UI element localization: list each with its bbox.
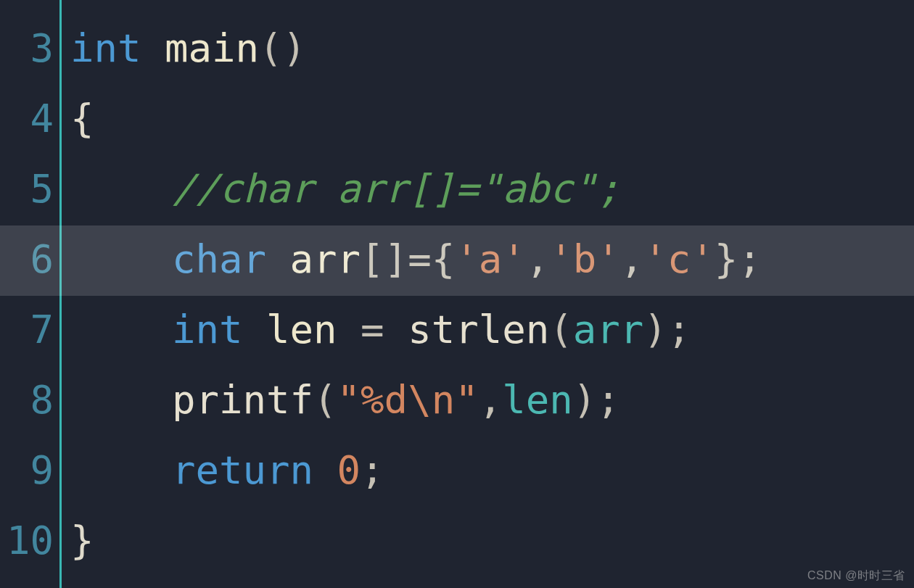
char-literal: 'b' [549,240,620,279]
code-line-active[interactable]: char arr[]={'a','b','c'}; [62,224,914,294]
open-paren: ( [313,381,337,420]
code-line[interactable]: { [62,83,914,154]
code-line[interactable]: printf("%d\n",len); [62,365,914,435]
number-zero: 0 [337,451,361,490]
line-number-gutter: 3 4 5 6 7 8 9 10 [0,0,59,588]
arg-len: len [502,381,573,420]
comment: //char arr[]="abc"; [172,170,620,209]
brackets: [] [361,240,408,279]
line-number: 5 [0,154,59,224]
equals: = [337,310,408,349]
close-brace: } [70,521,94,560]
identifier-arr: arr [290,240,361,279]
string-literal: "%d\n" [337,381,479,420]
semicolon: ; [361,451,384,490]
identifier-len: len [266,310,337,349]
line-number: 9 [0,435,59,505]
code-line[interactable]: int len = strlen(arr); [62,294,914,365]
close-paren: ) [573,381,597,420]
semicolon: ; [738,240,762,279]
line-number: 3 [0,0,59,83]
comma: , [526,240,550,279]
keyword-char: char [172,240,266,279]
space [141,29,165,68]
keyword-return: return [172,451,313,490]
code-line[interactable]: int main() [62,0,914,83]
comma: , [479,381,503,420]
code-line[interactable]: } [62,505,914,576]
space [313,451,337,490]
line-number: 10 [0,505,59,576]
open-paren: ( [549,310,573,349]
keyword-int: int [70,29,141,68]
char-literal: 'a' [455,240,526,279]
parens: () [259,29,306,68]
open-brace: { [432,240,456,279]
code-line[interactable]: //char arr[]="abc"; [62,154,914,224]
space [266,240,290,279]
function-strlen: strlen [408,310,549,349]
code-editor[interactable]: 3 4 5 6 7 8 9 10 int main() { //char arr… [0,0,914,588]
arg-arr: arr [573,310,644,349]
semicolon: ; [667,310,691,349]
space [243,310,267,349]
function-printf: printf [172,381,313,420]
line-number: 8 [0,365,59,435]
code-area[interactable]: int main() { //char arr[]="abc"; char ar… [62,0,914,588]
close-brace: } [715,240,738,279]
code-line[interactable]: return 0; [62,435,914,505]
keyword-int: int [172,310,243,349]
char-literal: 'c' [643,240,715,279]
close-paren: ) [643,310,667,349]
comma: , [620,240,644,279]
open-brace: { [70,99,94,138]
line-number: 4 [0,83,59,154]
watermark: CSDN @时时三省 [807,568,905,584]
equals: = [408,240,432,279]
line-number: 7 [0,294,59,365]
semicolon: ; [596,381,620,420]
function-main: main [165,29,259,68]
line-number: 6 [0,224,59,294]
